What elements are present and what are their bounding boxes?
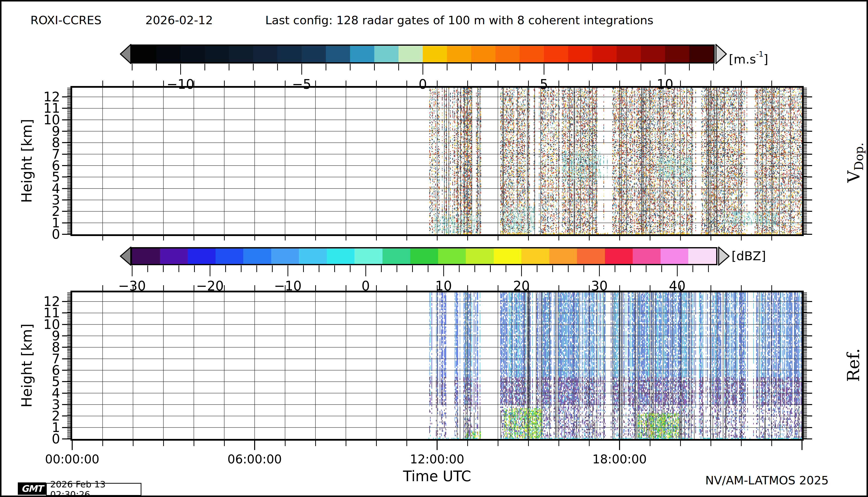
time-minor-tick [315,441,316,446]
time-minor-tick [406,441,407,446]
reflectivity-colorbar-tick [319,266,319,272]
hour-tick-top [498,285,499,290]
velocity-colorbar-tick-label: 10 [640,76,690,92]
panel2-right-label-main: Ref. [843,348,863,382]
reflectivity-colorbar-tick [630,266,631,272]
velocity-colorbar-tick [253,64,254,70]
height-major-tick-left [62,142,70,143]
height-major-tick-right [804,119,812,120]
reflectivity-colorbar-tick [381,266,382,272]
credit-text: NV/AM-LATMOS 2025 [631,473,829,487]
height-major-tick-right [804,108,812,109]
hour-tick-top [102,285,103,290]
radar-quicklook-figure: ROXI-CCRES 2026-02-12 Last config: 128 r… [0,0,868,497]
reflectivity-colorbar-tick [350,266,351,272]
height-major-tick-left [62,131,70,132]
height-tick-label: 12 [28,294,60,309]
reflectivity-colorbar-gradient [131,247,717,265]
hour-tick-top [406,81,407,86]
hour-tick-top [133,285,134,290]
hour-tick-top [589,285,590,290]
height-major-tick-right [804,381,812,382]
hour-tick-bottom [650,236,650,240]
reflectivity-colorbar-tick [474,266,475,272]
height-major-tick-right [804,312,812,313]
height-major-tick-right [804,324,812,325]
velocity-colorbar-tick [422,64,423,75]
velocity-colorbar-tick-label: 0 [398,76,447,92]
time-minor-tick [194,441,194,446]
height-major-tick-right [804,335,812,336]
time-minor-tick [498,441,499,446]
hour-tick-top [163,285,164,290]
height-major-tick-left [62,301,70,302]
doppler-velocity-heatmap [72,88,802,234]
height-major-tick-right [804,301,812,302]
height-major-tick-left [62,96,70,97]
reflectivity-colorbar-tick-label: 30 [575,278,624,293]
height-major-tick-left [62,312,70,313]
time-minor-tick [346,441,346,446]
time-minor-tick [467,441,468,446]
hour-tick-top [771,285,772,290]
reflectivity-colorbar-tick [148,266,148,272]
height-major-tick-right [804,96,812,97]
height-major-tick-left [62,427,70,428]
time-minor-tick [680,441,681,446]
velocity-colorbar-tick [229,64,229,70]
time-minor-tick [650,441,650,446]
station-name: ROXI-CCRES [30,13,102,27]
hour-tick-bottom [589,236,590,240]
velocity-colorbar-gradient [131,44,715,63]
velocity-colorbar-tick [302,64,302,75]
hour-tick-top [711,285,711,290]
height-major-tick-left [62,381,70,382]
hour-tick-top [285,81,285,86]
hour-tick-top [376,285,377,290]
panel1-right-label-sub: Dop. [852,143,866,171]
hour-tick-bottom [619,236,620,240]
height-major-tick-right [804,393,812,394]
height-major-tick-left [62,188,70,189]
hour-tick-top [163,81,164,86]
hour-tick-bottom [224,236,225,240]
hour-tick-top [528,81,529,86]
reflectivity-colorbar-tick-label: 10 [419,278,468,293]
time-major-tick [801,441,802,450]
hour-tick-top [224,285,225,290]
height-major-tick-left [62,393,70,394]
height-tick-label: 12 [28,89,60,104]
hour-tick-top [559,285,559,290]
hour-tick-top [376,81,377,86]
height-major-tick-left [62,324,70,325]
reflectivity-colorbar-tick [521,266,522,276]
reflectivity-colorbar-tick [132,266,132,276]
velocity-colorbar-tick [132,64,132,70]
reflectivity-colorbar-tick [365,266,366,276]
time-major-tick [254,441,255,450]
velocity-colorbar-tick [568,64,569,70]
hour-tick-bottom [711,236,711,240]
hour-tick-bottom [376,236,377,240]
hour-tick-top [771,81,772,86]
hour-tick-top [285,285,285,290]
time-minor-tick [224,441,225,446]
reflectivity-colorbar-tick [552,266,553,272]
velocity-colorbar-tick [326,64,326,70]
time-tick-label: 18:00:00 [565,452,674,466]
reflectivity-colorbar-tick [256,266,257,272]
time-minor-tick [102,441,103,446]
height-major-tick-right [804,188,812,189]
hour-tick-top [680,81,681,86]
panel1-right-label: VDop. [844,143,866,183]
reflectivity-colorbar-tick [334,266,335,272]
hour-tick-top [315,285,316,290]
time-minor-tick [741,441,742,446]
reflectivity-colorbar-tick [396,266,397,272]
velocity-colorbar-tick [665,64,666,75]
hour-tick-top [194,81,194,86]
velocity-colorbar-tick [180,64,181,75]
height-major-tick-right [804,154,812,155]
velocity-colorbar-tick [641,64,641,70]
hour-tick-top [102,81,103,86]
